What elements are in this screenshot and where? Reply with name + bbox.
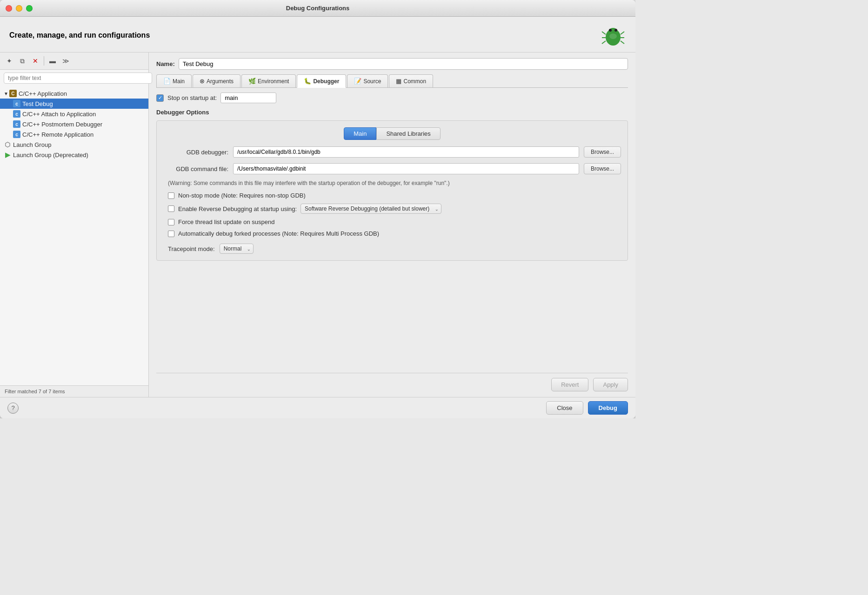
svg-point-2: [609, 29, 612, 32]
auto-debug-row: Automatically debug forked processes (No…: [163, 230, 621, 237]
stop-startup-row: ✓ Stop on startup at:: [156, 93, 628, 103]
minimize-window-button[interactable]: [16, 5, 22, 12]
environment-tab-icon: 🌿: [248, 78, 256, 85]
collapse-all-button[interactable]: ▬: [47, 55, 58, 66]
debugger-tab-icon: 🐛: [304, 78, 311, 85]
gdb-command-input[interactable]: [233, 163, 579, 174]
close-window-button[interactable]: [6, 5, 12, 12]
tracepoint-dropdown[interactable]: Normal Fast Slow: [220, 244, 254, 254]
sidebar-footer: Filter matched 7 of 7 items: [0, 385, 148, 397]
tree-label-test-debug: Test Debug: [22, 100, 53, 107]
gdb-debugger-row: GDB debugger: Browse...: [163, 146, 621, 158]
tree-icon-cc-attach: c: [13, 110, 20, 118]
svg-line-6: [602, 41, 606, 44]
header-area: Create, manage, and run configurations: [0, 17, 635, 53]
name-input[interactable]: [179, 58, 628, 70]
tree-item-launch-group[interactable]: ⬡ Launch Group: [0, 139, 148, 150]
close-button[interactable]: Close: [546, 401, 583, 415]
filter-button[interactable]: ≫: [60, 55, 71, 66]
enable-reverse-row: Enable Reverse Debugging at startup usin…: [163, 204, 621, 214]
tab-arguments[interactable]: ⊗ Arguments: [193, 74, 240, 87]
tracepoint-label: Tracepoint mode:: [168, 245, 215, 252]
auto-debug-label: Automatically debug forked processes (No…: [178, 230, 379, 237]
header-title: Create, manage, and run configurations: [9, 31, 150, 40]
tree-label-launch-group-dep: Launch Group (Deprecated): [13, 152, 88, 159]
force-thread-checkbox[interactable]: [168, 219, 174, 225]
copy-config-button[interactable]: ⧉: [17, 55, 28, 66]
main-tab-icon: 📄: [163, 78, 171, 85]
tree-item-launch-group-dep[interactable]: ▶ Launch Group (Deprecated): [0, 150, 148, 160]
enable-reverse-checkbox[interactable]: [168, 205, 174, 212]
tree-item-test-debug[interactable]: c Test Debug: [0, 99, 148, 109]
svg-point-10: [609, 33, 617, 39]
tab-main[interactable]: 📄 Main: [156, 74, 192, 87]
tabs-bar: 📄 Main ⊗ Arguments 🌿 Environment 🐛 Debug…: [156, 74, 628, 88]
tree-label-cc-remote: C/C++ Remote Application: [22, 131, 93, 138]
sidebar-toolbar: ✦ ⧉ ✕ ▬ ≫: [0, 53, 148, 70]
gdb-command-row: GDB command file: Browse...: [163, 163, 621, 174]
gdb-debugger-input[interactable]: [233, 146, 579, 158]
tab-debugger[interactable]: 🐛 Debugger: [297, 74, 346, 88]
subtab-shared-libs[interactable]: Shared Libraries: [376, 127, 440, 140]
tree-item-cc-attach[interactable]: c C/C++ Attach to Application: [0, 109, 148, 119]
maximize-window-button[interactable]: [26, 5, 33, 12]
debugger-panel: Main Shared Libraries GDB debugger: Brow…: [156, 120, 628, 261]
window-controls: [6, 5, 33, 12]
common-tab-icon: ▦: [396, 78, 401, 85]
filter-input[interactable]: [4, 73, 152, 84]
tree-item-cc-app[interactable]: ▼ C C/C++ Application: [0, 88, 148, 99]
tree-item-cc-postmortem[interactable]: c C/C++ Postmortem Debugger: [0, 119, 148, 129]
subtab-shared-libs-label: Shared Libraries: [386, 130, 430, 137]
new-config-button[interactable]: ✦: [4, 55, 15, 66]
svg-line-4: [602, 32, 606, 34]
content-panel: ✓ Stop on startup at: Debugger Options M…: [156, 93, 628, 367]
tree-label-cc-attach: C/C++ Attach to Application: [22, 111, 96, 118]
main-content: ✦ ⧉ ✕ ▬ ≫ ▼ C C/C++ Application c: [0, 53, 635, 397]
tab-arguments-label: Arguments: [207, 78, 234, 85]
tab-common[interactable]: ▦ Common: [389, 74, 433, 87]
tab-debugger-label: Debugger: [313, 78, 339, 85]
non-stop-row: Non-stop mode (Note: Requires non-stop G…: [163, 192, 621, 199]
tab-environment[interactable]: 🌿 Environment: [241, 74, 296, 87]
reverse-dropdown-wrapper: Software Reverse Debugging (detailed but…: [300, 204, 441, 214]
gdb-command-browse-button[interactable]: Browse...: [584, 163, 621, 174]
delete-config-button[interactable]: ✕: [30, 55, 41, 66]
reverse-dropdown[interactable]: Software Reverse Debugging (detailed but…: [300, 204, 441, 214]
subtab-main-label: Main: [354, 130, 367, 137]
stop-startup-input[interactable]: [220, 93, 276, 103]
svg-line-7: [621, 32, 624, 34]
gdb-command-label: GDB command file:: [163, 165, 228, 172]
enable-reverse-label: Enable Reverse Debugging at startup usin…: [178, 205, 297, 212]
tree-icon-launch-group: ⬡: [4, 141, 11, 148]
name-label: Name:: [156, 60, 175, 67]
auto-debug-checkbox[interactable]: [168, 231, 174, 237]
source-tab-icon: 📝: [354, 78, 361, 85]
tree-item-cc-remote[interactable]: c C/C++ Remote Application: [0, 129, 148, 139]
toolbar-separator: [44, 56, 44, 66]
arguments-tab-icon: ⊗: [200, 78, 205, 85]
apply-button[interactable]: Apply: [593, 378, 628, 391]
non-stop-checkbox[interactable]: [168, 192, 174, 199]
right-panel: Name: 📄 Main ⊗ Arguments 🌿 Environment: [149, 53, 635, 397]
svg-point-3: [614, 29, 617, 32]
warning-text: (Warning: Some commands in this file may…: [163, 180, 621, 186]
subtab-main[interactable]: Main: [344, 127, 376, 140]
tree-area: ▼ C C/C++ Application c Test Debug c C/C…: [0, 86, 148, 385]
revert-button[interactable]: Revert: [551, 378, 588, 391]
help-button[interactable]: ?: [7, 403, 19, 414]
name-row: Name:: [156, 58, 628, 70]
debug-button[interactable]: Debug: [588, 401, 628, 415]
gdb-debugger-label: GDB debugger:: [163, 149, 228, 156]
sidebar: ✦ ⧉ ✕ ▬ ≫ ▼ C C/C++ Application c: [0, 53, 149, 397]
force-thread-row: Force thread list update on suspend: [163, 218, 621, 225]
tracepoint-row: Tracepoint mode: Normal Fast Slow: [163, 244, 621, 254]
tree-label-cc-postmortem: C/C++ Postmortem Debugger: [22, 121, 102, 128]
tab-environment-label: Environment: [258, 78, 289, 85]
subtabs: Main Shared Libraries: [163, 127, 621, 140]
tree-icon-cc-remote: c: [13, 131, 20, 138]
tracepoint-dropdown-wrapper: Normal Fast Slow: [220, 244, 254, 254]
tab-source[interactable]: 📝 Source: [347, 74, 388, 87]
non-stop-label: Non-stop mode (Note: Requires non-stop G…: [178, 192, 306, 199]
stop-startup-checkbox[interactable]: ✓: [156, 94, 164, 102]
gdb-debugger-browse-button[interactable]: Browse...: [584, 146, 621, 158]
